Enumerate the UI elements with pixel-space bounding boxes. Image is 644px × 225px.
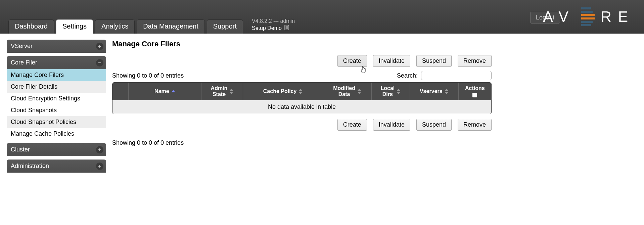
col-actions[interactable]: Actions (459, 83, 491, 100)
table-empty-message: No data available in table (112, 100, 491, 114)
brand-logo: AV RE (543, 7, 635, 26)
invalidate-button[interactable]: Invalidate (373, 55, 410, 67)
col-blank[interactable] (112, 83, 129, 100)
sidebar-item-cloud-snapshot-policies[interactable]: Cloud Snapshot Policies (7, 116, 106, 128)
primary-tabs: Dashboard Settings Analytics Data Manage… (8, 19, 243, 34)
col-label: Cache Policy (263, 88, 297, 94)
expand-icon[interactable] (96, 43, 103, 50)
col-vservers[interactable]: Vservers (410, 83, 459, 100)
logo-e-icon (581, 7, 595, 26)
tab-data-management[interactable]: Data Management (137, 19, 205, 34)
action-row-top: Create Invalidate Suspend Remove (112, 55, 492, 67)
remove-button[interactable]: Remove (458, 119, 492, 131)
search-input[interactable] (421, 71, 492, 80)
sidebar: VServer Core Filer Manage Core Filer (7, 38, 106, 173)
create-button[interactable]: Create (337, 119, 367, 131)
sidebar-core-filer-items: Manage Core Filers Core Filer Details Cl… (7, 69, 106, 140)
select-all-checkbox[interactable] (472, 93, 477, 97)
col-label: Modified Data (333, 85, 355, 97)
sidebar-section-cluster[interactable]: Cluster (7, 143, 106, 156)
sidebar-section-label: Cluster (11, 146, 30, 153)
col-cache-policy[interactable]: Cache Policy (243, 83, 323, 100)
invalidate-button[interactable]: Invalidate (373, 119, 410, 131)
sort-icon (445, 89, 449, 94)
sort-icon (171, 90, 175, 92)
sidebar-section-administration[interactable]: Administration (7, 160, 106, 173)
header-meta: V4.8.2.2 --- admin Setup Demo (252, 17, 295, 32)
suspend-button[interactable]: Suspend (416, 119, 452, 131)
col-label: Local Dirs (380, 85, 395, 97)
top-bar: Dashboard Settings Analytics Data Manage… (0, 0, 644, 34)
tab-support[interactable]: Support (207, 19, 243, 34)
col-name[interactable]: Name (129, 83, 201, 100)
main-content: Manage Core Filers Create Invalidate Sus… (112, 38, 492, 146)
tab-dashboard[interactable]: Dashboard (8, 19, 54, 34)
col-label: Vservers (420, 88, 443, 94)
sidebar-section-label: VServer (11, 43, 33, 49)
version-line: V4.8.2.2 --- admin (252, 17, 295, 25)
sidebar-item-core-filer-details[interactable]: Core Filer Details (7, 81, 106, 93)
sidebar-item-cloud-encryption-settings[interactable]: Cloud Encryption Settings (7, 93, 106, 104)
col-label: Actions (465, 85, 485, 91)
expand-icon[interactable] (96, 146, 103, 153)
remove-button[interactable]: Remove (458, 55, 492, 67)
sidebar-item-manage-cache-policies[interactable]: Manage Cache Policies (7, 128, 106, 140)
tab-analytics[interactable]: Analytics (95, 19, 135, 34)
entries-summary-bottom: Showing 0 to 0 of 0 entries (112, 139, 492, 146)
create-button[interactable]: Create (337, 55, 367, 67)
sort-icon (298, 89, 303, 94)
core-filers-table: Name Admin State (112, 82, 492, 114)
sidebar-section-core-filer[interactable]: Core Filer (7, 56, 106, 69)
sort-icon (397, 89, 401, 94)
col-label: Admin State (211, 85, 228, 97)
col-local-dirs[interactable]: Local Dirs (372, 83, 410, 100)
search-label: Search: (397, 72, 418, 79)
document-icon (284, 25, 289, 32)
sort-icon (229, 89, 233, 94)
sidebar-section-label: Core Filer (11, 59, 37, 66)
page-title: Manage Core Filers (112, 40, 492, 48)
sidebar-section-label: Administration (11, 163, 49, 169)
table-empty-row: No data available in table (112, 100, 491, 114)
setup-line: Setup Demo (252, 25, 282, 31)
col-modified-data[interactable]: Modified Data (323, 83, 372, 100)
logo-text-post: RE (601, 8, 635, 25)
tab-settings[interactable]: Settings (56, 19, 93, 34)
sidebar-item-manage-core-filers[interactable]: Manage Core Filers (7, 69, 106, 81)
col-label: Name (154, 88, 169, 94)
action-row-bottom: Create Invalidate Suspend Remove (112, 119, 492, 131)
collapse-icon[interactable] (96, 59, 103, 66)
sort-icon (357, 89, 361, 94)
expand-icon[interactable] (96, 163, 103, 170)
sidebar-item-cloud-snapshots[interactable]: Cloud Snapshots (7, 104, 106, 116)
sidebar-section-vserver[interactable]: VServer (7, 40, 106, 53)
col-admin-state[interactable]: Admin State (201, 83, 243, 100)
entries-summary-top: Showing 0 to 0 of 0 entries (112, 72, 184, 79)
suspend-button[interactable]: Suspend (416, 55, 452, 67)
logo-text-pre: AV (543, 8, 575, 25)
